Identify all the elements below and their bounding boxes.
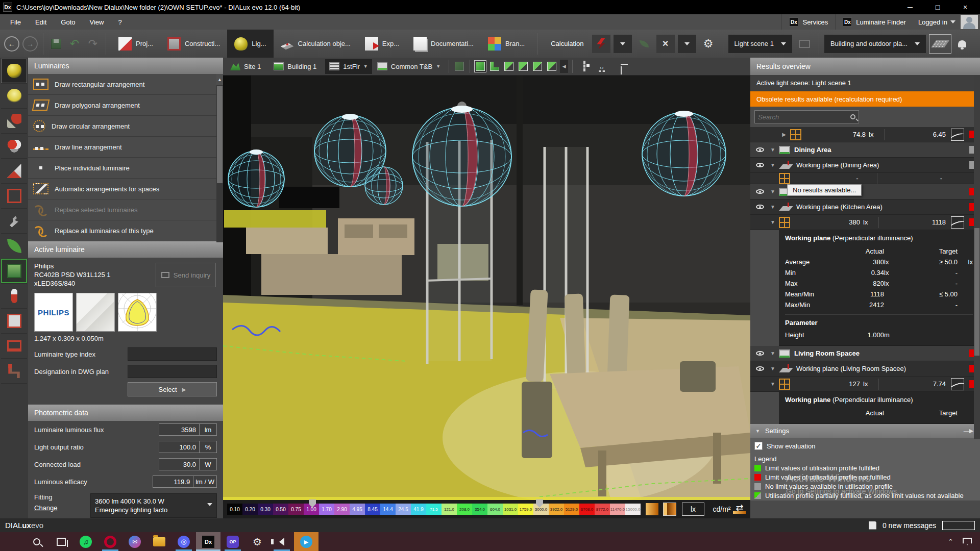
energy-report-button[interactable]	[635, 35, 653, 53]
tool-strip-button[interactable]	[1, 84, 27, 109]
taskbar-tile[interactable]: OP	[220, 532, 245, 551]
invert-scale-button[interactable]: ⇄	[733, 505, 746, 514]
luminaire-photo-thumbnail[interactable]	[76, 293, 115, 332]
mode-tab[interactable]: Proj...	[111, 30, 160, 58]
taskbar-tile[interactable]	[270, 532, 294, 551]
working-plane-dining-row[interactable]: ▼ Working plane (Dining Area)	[750, 158, 980, 173]
cdm2-unit-button[interactable]: cd/m²	[710, 503, 733, 516]
tool-strip-button[interactable]	[1, 159, 27, 184]
brand-logo-thumbnail[interactable]: PHILIPS	[34, 293, 73, 332]
type-index-input[interactable]	[128, 347, 217, 361]
tree-view-button[interactable]	[453, 60, 465, 72]
select-luminaire-button[interactable]: Select ▶	[128, 382, 217, 396]
left-panel-scrollbar[interactable]: ▲	[216, 74, 223, 242]
mode-tab[interactable]: Lig...	[227, 30, 273, 58]
settings-header[interactable]: ▼ Settings —▶|	[750, 424, 980, 438]
draw-rectangular-arrangement[interactable]: Draw rectangular arrangement	[28, 74, 223, 95]
taskbar-tile[interactable]	[98, 532, 122, 551]
view-section-button[interactable]	[488, 60, 501, 72]
taskbar-tile[interactable]: ▶	[294, 532, 318, 551]
breadcrumb-item[interactable]: Common T&B ▼	[373, 59, 445, 74]
dwg-input[interactable]	[128, 365, 217, 378]
draw-line-arrangement[interactable]: Draw line arrangement	[28, 137, 223, 158]
view-wireframe-button[interactable]	[517, 60, 529, 72]
visibility-toggle[interactable]	[753, 146, 767, 154]
taskbar-tile[interactable]: ♫	[74, 532, 98, 551]
luminaire-finder-button[interactable]: Dx Luminaire Finder	[835, 14, 913, 30]
expand-icon[interactable]: ▶	[778, 132, 790, 137]
tool-strip-button[interactable]	[1, 334, 27, 359]
tool-strip-button[interactable]	[1, 209, 27, 234]
gradient-smooth-button[interactable]	[646, 503, 658, 515]
replace-selected-luminaires[interactable]: Replace selected luminaires	[28, 199, 223, 220]
visibility-toggle[interactable]	[753, 349, 767, 357]
tool-strip-button[interactable]	[1, 134, 27, 159]
scene-monitor-button[interactable]	[795, 35, 814, 53]
cancel-calculation-button[interactable]: ×	[656, 35, 675, 53]
send-inquiry-button[interactable]: Send inquiry	[156, 263, 216, 287]
show-hidden-icons-button[interactable]: ⌃	[948, 538, 953, 545]
living-values-row[interactable]: ▼ 127 lx 7.74	[750, 377, 980, 392]
zoom-fit-button[interactable]	[577, 62, 592, 71]
taskbar-tile[interactable]: Dx	[196, 532, 220, 551]
taskbar-tile[interactable]: ✉	[122, 532, 147, 551]
taskbar-tile[interactable]: ◎	[172, 532, 196, 551]
visibility-toggle[interactable]	[753, 161, 767, 169]
draw-polygonal-arrangement[interactable]: Draw polygonal arrangement	[28, 95, 223, 116]
undo-button[interactable]: ↶	[67, 36, 82, 52]
scrollbar-thumb[interactable]	[974, 228, 979, 356]
kitchen-area-row[interactable]: ▼ Kitchen Area	[750, 184, 980, 199]
dining-values-row[interactable]: - -	[750, 173, 980, 184]
menu-item[interactable]: Goto	[55, 16, 81, 28]
false-colors-button[interactable]	[929, 34, 951, 54]
distribution-curve-icon[interactable]	[951, 378, 964, 390]
menu-item[interactable]: ?	[112, 16, 128, 28]
services-button[interactable]: Dx Services	[781, 14, 835, 30]
calculation-dropdown-button[interactable]	[614, 35, 632, 53]
breadcrumb-item[interactable]: 1stFlr ▼	[325, 59, 372, 74]
pin-icon[interactable]: —▶|	[964, 428, 975, 434]
tool-strip-button[interactable]	[1, 284, 27, 309]
save-button[interactable]	[48, 36, 64, 52]
collapse-icon[interactable]: ▼	[767, 350, 779, 356]
maximize-button[interactable]: □	[926, 1, 949, 14]
tool-strip-button[interactable]	[1, 234, 27, 259]
visibility-toggle[interactable]	[753, 188, 767, 195]
taskbar-tile[interactable]	[24, 532, 49, 551]
tool-strip-button[interactable]	[1, 184, 27, 209]
scene-3d-view[interactable]	[223, 76, 750, 500]
working-plane-living-row[interactable]: ▼ Working plane (Living Room Spacee)	[750, 361, 980, 377]
automatic-arrangements[interactable]: Automatic arrangements for spaces	[28, 179, 223, 199]
taskbar-tile[interactable]	[49, 532, 74, 551]
collapse-icon[interactable]: ▼	[767, 189, 779, 194]
taskbar-tile[interactable]: ⚙	[245, 532, 270, 551]
notification-center-icon[interactable]	[963, 538, 972, 545]
back-button[interactable]: ←	[4, 36, 19, 52]
mode-tab[interactable]: Documentati...	[406, 30, 481, 58]
visibility-toggle[interactable]	[753, 365, 767, 372]
collapse-icon[interactable]: ▼	[767, 219, 779, 225]
mode-tab[interactable]: Exp...	[358, 30, 406, 58]
building-summary-row[interactable]: ▶ 74.8 lx 6.45	[750, 127, 980, 142]
distribution-curve-icon[interactable]	[951, 129, 964, 141]
taskbar-tile[interactable]	[147, 532, 172, 551]
view-transparent-button[interactable]	[546, 60, 558, 72]
tool-strip-button[interactable]	[1, 259, 27, 284]
change-link[interactable]: Change	[34, 504, 58, 512]
polar-diagram-thumbnail[interactable]	[118, 293, 157, 332]
tool-strip-button[interactable]	[1, 59, 27, 84]
scroll-up-arrow[interactable]: ▲	[216, 74, 223, 85]
close-button[interactable]: ×	[953, 1, 977, 14]
gradient-stepped-button[interactable]	[664, 503, 676, 515]
draw-circular-arrangement[interactable]: Draw circular arrangement	[28, 116, 223, 137]
view-hidden-line-button[interactable]	[531, 60, 544, 72]
fitting-select[interactable]: 3600 lm 4000 K 30.0 W Emergency lighting…	[90, 493, 217, 518]
search-input[interactable]	[758, 113, 850, 121]
taskbar-tile[interactable]	[0, 532, 24, 551]
scrollbar-thumb[interactable]	[217, 86, 223, 183]
dining-area-row[interactable]: ▼ Dining Area	[750, 142, 980, 158]
planning-mode-select[interactable]: Building and outdoor pla...	[824, 35, 926, 53]
view-3d-mixed-button[interactable]	[503, 60, 515, 72]
working-plane-kitchen-row[interactable]: ▼ Working plane (Kitchen Area)	[750, 199, 980, 215]
collapse-icon[interactable]: ▼	[767, 147, 779, 153]
